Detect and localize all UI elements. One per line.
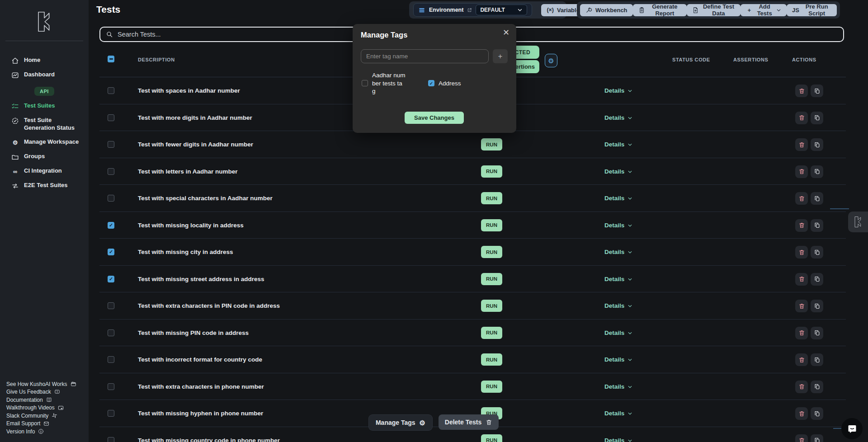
column-settings-button[interactable]: ⚙ [545, 54, 557, 67]
row-checkbox[interactable] [108, 356, 114, 363]
details-link[interactable]: Details [604, 114, 632, 121]
details-link[interactable]: Details [604, 383, 632, 390]
row-checkbox[interactable] [108, 329, 114, 336]
duplicate-test-button[interactable] [811, 434, 823, 442]
footer-link-version-info[interactable]: Version Info [6, 428, 76, 435]
delete-test-button[interactable] [795, 327, 808, 339]
duplicate-test-button[interactable] [811, 353, 823, 366]
delete-test-button[interactable] [795, 138, 808, 151]
run-button[interactable]: RUN [481, 165, 502, 178]
duplicate-test-button[interactable] [811, 300, 823, 312]
generate-report-button[interactable]: Generate Report [633, 4, 687, 16]
workbench-button[interactable]: Workbench [580, 4, 633, 16]
row-checkbox[interactable] [108, 114, 114, 121]
duplicate-test-button[interactable] [811, 85, 823, 97]
details-link[interactable]: Details [604, 249, 632, 255]
select-all-checkbox[interactable] [108, 56, 114, 62]
row-checkbox[interactable] [108, 410, 114, 417]
footer-link-walkthrough-videos[interactable]: Walkthrough Videos [6, 404, 76, 411]
run-button[interactable]: RUN [481, 381, 502, 393]
chat-widget-button[interactable] [841, 418, 863, 439]
row-checkbox[interactable] [108, 195, 114, 202]
row-checkbox[interactable] [108, 302, 114, 309]
delete-test-button[interactable] [795, 192, 808, 205]
footer-link-slack-community[interactable]: Slack Community [6, 413, 76, 419]
run-button[interactable]: RUN [481, 246, 502, 258]
row-checkbox[interactable] [108, 383, 114, 390]
delete-test-button[interactable] [795, 273, 808, 286]
duplicate-test-button[interactable] [811, 192, 823, 205]
sidebar-item-test-suites[interactable]: Test Suites [0, 99, 89, 113]
sidebar-item-ci-integration[interactable]: ∞CI Integration [0, 164, 89, 179]
add-tag-button[interactable]: + [493, 49, 508, 63]
run-button[interactable]: RUN [481, 353, 502, 366]
details-link[interactable]: Details [604, 221, 632, 228]
close-icon[interactable]: ✕ [503, 28, 509, 38]
delete-test-button[interactable] [795, 85, 808, 97]
external-link-icon[interactable] [467, 8, 472, 13]
details-link[interactable]: Details [604, 275, 632, 282]
duplicate-test-button[interactable] [811, 246, 823, 259]
run-button[interactable]: RUN [481, 192, 502, 204]
row-checkbox[interactable] [108, 437, 114, 442]
delete-test-button[interactable] [795, 246, 808, 259]
pre-run-script-button[interactable]: JSPre Run Script [787, 4, 837, 16]
delete-test-button[interactable] [795, 219, 808, 232]
details-link[interactable]: Details [604, 410, 632, 417]
sidebar-item-groups[interactable]: Groups [0, 150, 89, 164]
delete-test-button[interactable] [795, 434, 808, 442]
run-button[interactable]: RUN [481, 300, 502, 312]
duplicate-test-button[interactable] [811, 381, 823, 393]
row-checkbox[interactable] [108, 168, 114, 175]
footer-link-email-support[interactable]: Email Support [6, 420, 76, 427]
delete-test-button[interactable] [795, 353, 808, 366]
sidebar-item-e2e-test-suites[interactable]: E2E Test Suites [0, 179, 89, 193]
tag-checkbox[interactable]: ✓ [428, 80, 434, 86]
sidebar-item-home[interactable]: Home [0, 53, 89, 68]
duplicate-test-button[interactable] [811, 112, 823, 124]
run-button[interactable]: RUN [481, 219, 502, 231]
duplicate-test-button[interactable] [811, 138, 823, 151]
delete-test-button[interactable] [795, 381, 808, 393]
delete-test-button[interactable] [795, 407, 808, 420]
duplicate-test-button[interactable] [811, 273, 823, 286]
details-link[interactable]: Details [604, 329, 632, 336]
details-link[interactable]: Details [604, 141, 632, 148]
footer-link-give-us-feedback[interactable]: Give Us Feedback [6, 389, 76, 395]
define-test-data-button[interactable]: Define Test Data [687, 4, 741, 16]
run-button[interactable]: RUN [481, 434, 502, 442]
tag-name-input[interactable] [361, 49, 489, 63]
row-checkbox[interactable]: ✓ [108, 276, 114, 282]
add-tests-button[interactable]: +Add Tests [741, 4, 787, 16]
sidebar-item-test-suite-generation-status[interactable]: Test Suite Generation Status [0, 113, 89, 135]
details-link[interactable]: Details [604, 168, 632, 174]
row-checkbox[interactable]: ✓ [108, 222, 114, 229]
delete-test-button[interactable] [795, 165, 808, 178]
duplicate-test-button[interactable] [811, 219, 823, 232]
row-checkbox[interactable]: ✓ [108, 249, 114, 255]
row-checkbox[interactable] [108, 87, 114, 94]
sidebar-item-dashboard[interactable]: Dashboard [0, 68, 89, 82]
duplicate-test-button[interactable] [811, 407, 823, 420]
footer-link-documentation[interactable]: Documentation [6, 397, 76, 404]
manage-tags-button[interactable]: Manage Tags ⚙ [369, 415, 432, 430]
delete-test-button[interactable] [795, 300, 808, 312]
run-button[interactable]: RUN [481, 273, 502, 285]
environment-select[interactable]: DEFAULT [476, 5, 527, 15]
run-button[interactable]: RUN [481, 327, 502, 339]
details-link[interactable]: Details [604, 437, 632, 442]
duplicate-test-button[interactable] [811, 327, 823, 339]
kushoai-side-tab[interactable] [848, 212, 868, 232]
details-link[interactable]: Details [604, 356, 632, 363]
details-link[interactable]: Details [604, 302, 632, 309]
run-button[interactable]: RUN [481, 138, 502, 150]
tag-checkbox[interactable] [362, 80, 368, 86]
row-checkbox[interactable] [108, 141, 114, 148]
duplicate-test-button[interactable] [811, 165, 823, 178]
delete-tests-button[interactable]: Delete Tests [439, 414, 499, 430]
details-link[interactable]: Details [604, 87, 632, 94]
footer-link-see-how-kushoai-works[interactable]: See How KushoAI Works [6, 381, 76, 388]
details-link[interactable]: Details [604, 195, 632, 202]
save-changes-button[interactable]: Save Changes [405, 112, 464, 124]
sidebar-item-manage-workspace[interactable]: ⚙Manage Workspace [0, 135, 89, 150]
